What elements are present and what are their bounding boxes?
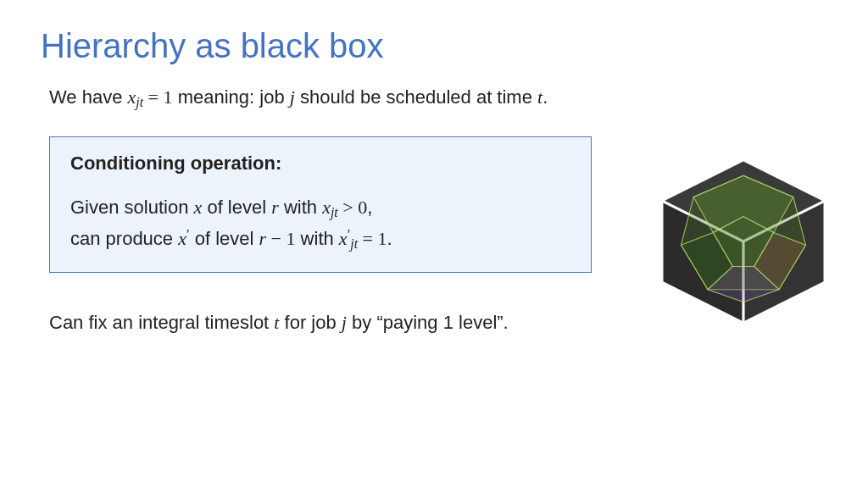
math-x: x	[194, 197, 203, 218]
math-xprime: x′	[178, 228, 189, 249]
math-xjt-eq-1: xjt = 1	[128, 86, 173, 108]
math-xjt-gt-0: xjt > 0	[322, 197, 367, 218]
conditioning-box: Conditioning operation: Given solution x…	[49, 136, 592, 273]
box-line-1: Given solution x of level r with xjt > 0…	[70, 193, 570, 224]
box-heading: Conditioning operation:	[70, 152, 570, 175]
slide: Hierarchy as black box We have xjt = 1 m…	[0, 0, 868, 488]
cube-dodecahedron-graphic	[654, 152, 832, 330]
math-xprime-jt-eq-1: x′jt = 1	[339, 228, 387, 249]
slide-title: Hierarchy as black box	[41, 27, 827, 64]
math-r-minus-1: r − 1	[259, 228, 296, 249]
text: should be scheduled at time	[295, 86, 537, 108]
text: .	[542, 86, 548, 108]
box-line-2: can produce x′ of level r − 1 with x′jt …	[70, 224, 570, 255]
text: We have	[49, 86, 128, 108]
text: meaning: job	[173, 86, 290, 108]
math-r: r	[271, 197, 279, 218]
intro-line: We have xjt = 1 meaning: job j should be…	[49, 85, 827, 113]
